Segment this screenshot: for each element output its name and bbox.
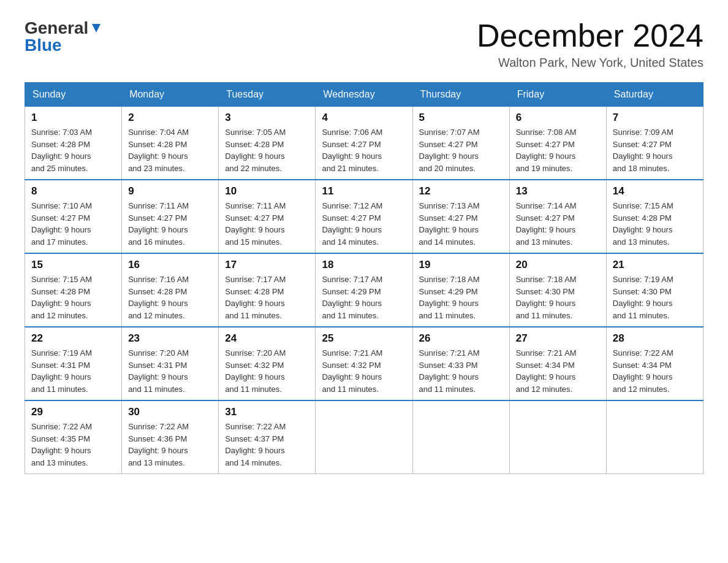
day-number: 7 bbox=[613, 112, 697, 124]
day-info: Sunrise: 7:11 AM Sunset: 4:27 PM Dayligh… bbox=[225, 200, 309, 248]
day-number: 19 bbox=[419, 259, 503, 271]
logo-triangle-icon bbox=[89, 21, 103, 35]
day-info: Sunrise: 7:20 AM Sunset: 4:31 PM Dayligh… bbox=[128, 347, 212, 395]
day-number: 21 bbox=[613, 259, 697, 271]
calendar-day-cell: 18Sunrise: 7:17 AM Sunset: 4:29 PM Dayli… bbox=[316, 253, 412, 327]
calendar-day-cell: 21Sunrise: 7:19 AM Sunset: 4:30 PM Dayli… bbox=[606, 253, 703, 327]
day-info: Sunrise: 7:21 AM Sunset: 4:32 PM Dayligh… bbox=[322, 347, 406, 395]
day-info: Sunrise: 7:20 AM Sunset: 4:32 PM Dayligh… bbox=[225, 347, 309, 395]
calendar-day-cell: 10Sunrise: 7:11 AM Sunset: 4:27 PM Dayli… bbox=[219, 180, 316, 253]
calendar-header-friday: Friday bbox=[509, 83, 606, 107]
calendar-header-thursday: Thursday bbox=[412, 83, 509, 107]
day-number: 25 bbox=[322, 332, 406, 345]
day-info: Sunrise: 7:10 AM Sunset: 4:27 PM Dayligh… bbox=[31, 200, 115, 248]
logo-blue: Blue bbox=[25, 36, 62, 55]
day-info: Sunrise: 7:09 AM Sunset: 4:27 PM Dayligh… bbox=[613, 126, 697, 174]
calendar-day-cell: 19Sunrise: 7:18 AM Sunset: 4:29 PM Dayli… bbox=[412, 253, 509, 327]
day-info: Sunrise: 7:14 AM Sunset: 4:27 PM Dayligh… bbox=[516, 200, 600, 248]
calendar-day-cell: 26Sunrise: 7:21 AM Sunset: 4:33 PM Dayli… bbox=[412, 327, 509, 400]
day-number: 20 bbox=[516, 259, 600, 271]
day-info: Sunrise: 7:03 AM Sunset: 4:28 PM Dayligh… bbox=[31, 126, 115, 174]
calendar-day-cell: 30Sunrise: 7:22 AM Sunset: 4:36 PM Dayli… bbox=[122, 400, 219, 474]
day-number: 3 bbox=[225, 112, 309, 124]
day-info: Sunrise: 7:06 AM Sunset: 4:27 PM Dayligh… bbox=[322, 126, 406, 174]
calendar-day-cell bbox=[606, 400, 703, 474]
day-info: Sunrise: 7:19 AM Sunset: 4:30 PM Dayligh… bbox=[613, 274, 697, 321]
day-info: Sunrise: 7:13 AM Sunset: 4:27 PM Dayligh… bbox=[419, 200, 503, 248]
calendar-day-cell: 12Sunrise: 7:13 AM Sunset: 4:27 PM Dayli… bbox=[412, 180, 509, 253]
day-info: Sunrise: 7:18 AM Sunset: 4:29 PM Dayligh… bbox=[419, 274, 503, 321]
svg-marker-0 bbox=[92, 24, 100, 33]
calendar-day-cell: 13Sunrise: 7:14 AM Sunset: 4:27 PM Dayli… bbox=[509, 180, 606, 253]
calendar-day-cell: 7Sunrise: 7:09 AM Sunset: 4:27 PM Daylig… bbox=[606, 107, 703, 180]
calendar-day-cell: 22Sunrise: 7:19 AM Sunset: 4:31 PM Dayli… bbox=[25, 327, 122, 400]
day-info: Sunrise: 7:04 AM Sunset: 4:28 PM Dayligh… bbox=[128, 126, 212, 174]
calendar-day-cell: 24Sunrise: 7:20 AM Sunset: 4:32 PM Dayli… bbox=[219, 327, 316, 400]
calendar-day-cell: 17Sunrise: 7:17 AM Sunset: 4:28 PM Dayli… bbox=[219, 253, 316, 327]
day-number: 29 bbox=[31, 406, 115, 418]
calendar-day-cell: 27Sunrise: 7:21 AM Sunset: 4:34 PM Dayli… bbox=[509, 327, 606, 400]
day-number: 17 bbox=[225, 259, 309, 271]
day-number: 28 bbox=[613, 332, 697, 345]
calendar-day-cell: 29Sunrise: 7:22 AM Sunset: 4:35 PM Dayli… bbox=[25, 400, 122, 474]
day-number: 10 bbox=[225, 185, 309, 197]
calendar-day-cell: 3Sunrise: 7:05 AM Sunset: 4:28 PM Daylig… bbox=[219, 107, 316, 180]
day-number: 4 bbox=[322, 112, 406, 124]
day-info: Sunrise: 7:08 AM Sunset: 4:27 PM Dayligh… bbox=[516, 126, 600, 174]
day-number: 2 bbox=[128, 112, 212, 124]
day-info: Sunrise: 7:21 AM Sunset: 4:33 PM Dayligh… bbox=[419, 347, 503, 395]
calendar-week-row: 15Sunrise: 7:15 AM Sunset: 4:28 PM Dayli… bbox=[25, 253, 703, 327]
calendar-week-row: 8Sunrise: 7:10 AM Sunset: 4:27 PM Daylig… bbox=[25, 180, 703, 253]
day-info: Sunrise: 7:07 AM Sunset: 4:27 PM Dayligh… bbox=[419, 126, 503, 174]
day-number: 23 bbox=[128, 332, 212, 345]
location: Walton Park, New York, United States bbox=[477, 56, 703, 70]
day-info: Sunrise: 7:15 AM Sunset: 4:28 PM Dayligh… bbox=[613, 200, 697, 248]
day-number: 26 bbox=[419, 332, 503, 345]
month-title: December 2024 bbox=[477, 18, 703, 53]
calendar-day-cell: 2Sunrise: 7:04 AM Sunset: 4:28 PM Daylig… bbox=[122, 107, 219, 180]
calendar-header-tuesday: Tuesday bbox=[219, 83, 316, 107]
day-number: 13 bbox=[516, 185, 600, 197]
page-header: General Blue December 2024 Walton Park, … bbox=[25, 18, 703, 70]
title-section: December 2024 Walton Park, New York, Uni… bbox=[477, 18, 703, 70]
day-number: 15 bbox=[31, 259, 115, 271]
calendar-week-row: 1Sunrise: 7:03 AM Sunset: 4:28 PM Daylig… bbox=[25, 107, 703, 180]
calendar-day-cell: 15Sunrise: 7:15 AM Sunset: 4:28 PM Dayli… bbox=[25, 253, 122, 327]
day-info: Sunrise: 7:21 AM Sunset: 4:34 PM Dayligh… bbox=[516, 347, 600, 395]
day-info: Sunrise: 7:22 AM Sunset: 4:34 PM Dayligh… bbox=[613, 347, 697, 395]
day-info: Sunrise: 7:22 AM Sunset: 4:36 PM Dayligh… bbox=[128, 421, 212, 469]
calendar-day-cell bbox=[412, 400, 509, 474]
day-info: Sunrise: 7:16 AM Sunset: 4:28 PM Dayligh… bbox=[128, 274, 212, 321]
calendar-week-row: 29Sunrise: 7:22 AM Sunset: 4:35 PM Dayli… bbox=[25, 400, 703, 474]
day-info: Sunrise: 7:05 AM Sunset: 4:28 PM Dayligh… bbox=[225, 126, 309, 174]
day-number: 24 bbox=[225, 332, 309, 345]
calendar-day-cell bbox=[316, 400, 412, 474]
day-info: Sunrise: 7:19 AM Sunset: 4:31 PM Dayligh… bbox=[31, 347, 115, 395]
day-number: 12 bbox=[419, 185, 503, 197]
calendar-header-sunday: Sunday bbox=[25, 83, 122, 107]
calendar-header-saturday: Saturday bbox=[606, 83, 703, 107]
calendar-day-cell: 31Sunrise: 7:22 AM Sunset: 4:37 PM Dayli… bbox=[219, 400, 316, 474]
day-number: 11 bbox=[322, 185, 406, 197]
calendar-day-cell: 1Sunrise: 7:03 AM Sunset: 4:28 PM Daylig… bbox=[25, 107, 122, 180]
calendar-day-cell: 14Sunrise: 7:15 AM Sunset: 4:28 PM Dayli… bbox=[606, 180, 703, 253]
day-number: 9 bbox=[128, 185, 212, 197]
calendar-day-cell: 20Sunrise: 7:18 AM Sunset: 4:30 PM Dayli… bbox=[509, 253, 606, 327]
calendar-day-cell: 8Sunrise: 7:10 AM Sunset: 4:27 PM Daylig… bbox=[25, 180, 122, 253]
calendar-day-cell: 23Sunrise: 7:20 AM Sunset: 4:31 PM Dayli… bbox=[122, 327, 219, 400]
day-number: 5 bbox=[419, 112, 503, 124]
calendar-day-cell bbox=[509, 400, 606, 474]
day-number: 30 bbox=[128, 406, 212, 418]
calendar-day-cell: 9Sunrise: 7:11 AM Sunset: 4:27 PM Daylig… bbox=[122, 180, 219, 253]
calendar-table: SundayMondayTuesdayWednesdayThursdayFrid… bbox=[25, 82, 703, 474]
calendar-day-cell: 25Sunrise: 7:21 AM Sunset: 4:32 PM Dayli… bbox=[316, 327, 412, 400]
day-number: 1 bbox=[31, 112, 115, 124]
day-number: 6 bbox=[516, 112, 600, 124]
logo: General Blue bbox=[25, 18, 103, 55]
day-info: Sunrise: 7:17 AM Sunset: 4:28 PM Dayligh… bbox=[225, 274, 309, 321]
calendar-header-wednesday: Wednesday bbox=[316, 83, 412, 107]
day-info: Sunrise: 7:17 AM Sunset: 4:29 PM Dayligh… bbox=[322, 274, 406, 321]
day-info: Sunrise: 7:12 AM Sunset: 4:27 PM Dayligh… bbox=[322, 200, 406, 248]
day-info: Sunrise: 7:22 AM Sunset: 4:37 PM Dayligh… bbox=[225, 421, 309, 469]
calendar-week-row: 22Sunrise: 7:19 AM Sunset: 4:31 PM Dayli… bbox=[25, 327, 703, 400]
